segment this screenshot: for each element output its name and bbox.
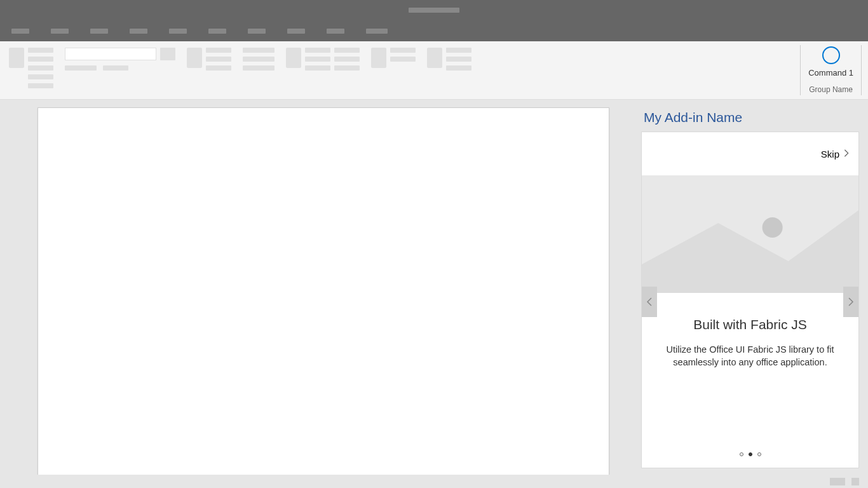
carousel-body: Built with Fabric JS Utilize the Office … [642, 293, 858, 442]
ribbon-custom-group: Command 1 Group Name [800, 45, 862, 95]
ribbon-tab-placeholder[interactable] [130, 29, 147, 34]
carousel-dots [642, 442, 858, 468]
svg-point-1 [763, 217, 783, 238]
document-area [0, 100, 636, 475]
skip-label: Skip [821, 149, 839, 159]
ribbon-controls-placeholder [0, 41, 800, 99]
command-1-label: Command 1 [808, 68, 853, 78]
carousel-dot-1[interactable] [749, 452, 752, 456]
ribbon-tab-strip [0, 20, 868, 41]
command-1-button[interactable]: Command 1 [808, 45, 853, 78]
skip-button[interactable]: Skip [642, 132, 858, 175]
ribbon-group-name: Group Name [809, 85, 853, 95]
carousel-dot-0[interactable] [740, 452, 743, 456]
carousel-prev-button[interactable] [642, 287, 657, 317]
ribbon-tab-placeholder[interactable] [366, 29, 388, 34]
ribbon-tab-placeholder[interactable] [248, 29, 266, 34]
status-bar [0, 475, 868, 488]
document-page[interactable] [37, 107, 609, 475]
carousel-card: Skip Built with Fabric JS Utilize the [641, 132, 859, 468]
ribbon-tab-placeholder[interactable] [90, 29, 108, 34]
status-placeholder [830, 478, 845, 485]
ribbon-tab-placeholder[interactable] [287, 29, 305, 34]
carousel-next-button[interactable] [843, 287, 858, 317]
chevron-right-icon [843, 149, 850, 159]
ribbon: Command 1 Group Name [0, 41, 868, 100]
command-1-icon [822, 46, 840, 64]
workspace: My Add-in Name Skip Built [0, 100, 868, 475]
carousel-hero-image [642, 175, 858, 293]
task-pane-title: My Add-in Name [644, 110, 859, 125]
status-placeholder [851, 478, 859, 485]
title-bar [0, 0, 868, 20]
ribbon-tab-placeholder[interactable] [327, 29, 344, 34]
ribbon-tab-placeholder[interactable] [208, 29, 226, 34]
svg-marker-0 [642, 210, 858, 293]
carousel-text: Utilize the Office UI Fabric JS library … [660, 344, 841, 369]
title-placeholder [409, 8, 459, 13]
carousel-heading: Built with Fabric JS [660, 317, 841, 332]
carousel-dot-2[interactable] [757, 452, 761, 456]
ribbon-tab-placeholder[interactable] [169, 29, 187, 34]
ribbon-tab-placeholder[interactable] [51, 29, 69, 34]
ribbon-tab-placeholder[interactable] [11, 29, 29, 34]
addin-task-pane: My Add-in Name Skip Built [636, 100, 868, 475]
